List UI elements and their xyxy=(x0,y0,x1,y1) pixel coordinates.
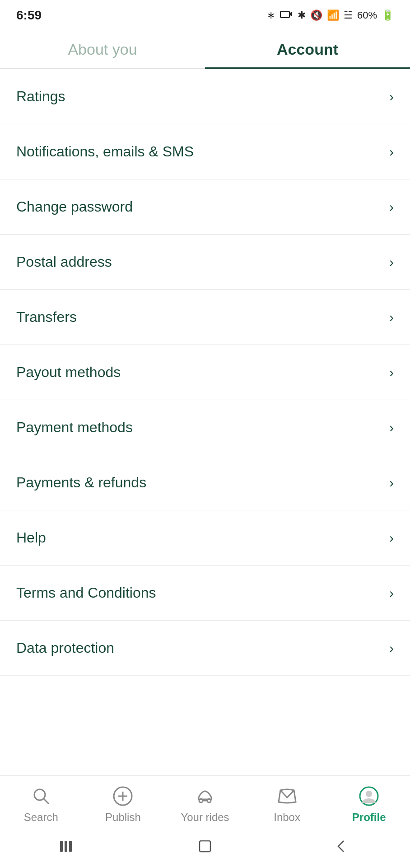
chevron-right-icon: › xyxy=(389,530,394,546)
chevron-right-icon: › xyxy=(389,199,394,215)
menu-item-data-protection[interactable]: Data protection › xyxy=(0,621,410,675)
nav-item-publish[interactable]: Publish xyxy=(82,785,164,824)
nav-item-profile[interactable]: Profile xyxy=(328,785,410,824)
menu-item-ratings[interactable]: Ratings › xyxy=(0,69,410,124)
menu-item-payments-refunds[interactable]: Payments & refunds › xyxy=(0,455,410,510)
camera-icon xyxy=(280,9,293,22)
battery-icon: 🔋 xyxy=(382,9,394,21)
chevron-right-icon: › xyxy=(389,475,394,491)
battery-text: 60% xyxy=(357,9,377,21)
nav-item-search[interactable]: Search xyxy=(0,785,82,824)
menu-item-change-password[interactable]: Change password › xyxy=(0,179,410,235)
search-nav-icon xyxy=(30,785,52,807)
your-rides-nav-icon xyxy=(194,785,216,807)
svg-rect-11 xyxy=(60,841,63,852)
nav-item-inbox[interactable]: Inbox xyxy=(246,785,328,824)
publish-nav-label: Publish xyxy=(105,811,141,824)
menu-item-terms-conditions[interactable]: Terms and Conditions › xyxy=(0,566,410,621)
menu-list: Ratings › Notifications, emails & SMS › … xyxy=(0,69,410,775)
wifi-icon: 📶 xyxy=(327,9,339,21)
svg-rect-12 xyxy=(65,841,67,852)
svg-line-3 xyxy=(44,799,49,804)
chevron-right-icon: › xyxy=(389,255,394,270)
svg-point-10 xyxy=(366,791,372,797)
signal-icon: ☱ xyxy=(344,9,353,21)
tab-account[interactable]: Account xyxy=(205,28,410,68)
chevron-right-icon: › xyxy=(389,585,394,601)
mute-icon: 🔇 xyxy=(310,9,322,21)
tab-about-you[interactable]: About you xyxy=(0,28,205,68)
menu-item-transfers[interactable]: Transfers › xyxy=(0,290,410,345)
bluetooth-sym: ✱ xyxy=(298,9,306,21)
chevron-right-icon: › xyxy=(389,365,394,380)
chevron-right-icon: › xyxy=(389,144,394,160)
bottom-nav: Search Publish Your rides xyxy=(0,775,410,828)
menu-item-payment-methods[interactable]: Payment methods › xyxy=(0,400,410,455)
menu-section-1: Ratings › Notifications, emails & SMS › … xyxy=(0,69,410,290)
publish-nav-icon xyxy=(112,785,134,807)
chevron-right-icon: › xyxy=(389,89,394,104)
bluetooth-icon: ∗ xyxy=(267,9,275,21)
android-home-button[interactable] xyxy=(191,837,219,855)
inbox-nav-label: Inbox xyxy=(274,811,300,824)
status-bar: 6:59 ∗ ✱ 🔇 📶 ☱ 60% 🔋 xyxy=(0,0,410,28)
svg-rect-0 xyxy=(280,11,289,18)
android-back-button[interactable] xyxy=(328,837,355,855)
android-nav xyxy=(0,828,410,868)
chevron-right-icon: › xyxy=(389,310,394,325)
status-time: 6:59 xyxy=(16,8,42,23)
search-nav-label: Search xyxy=(24,811,58,824)
menu-item-help[interactable]: Help › xyxy=(0,510,410,566)
status-icons: ∗ ✱ 🔇 📶 ☱ 60% 🔋 xyxy=(267,9,394,22)
menu-item-notifications[interactable]: Notifications, emails & SMS › xyxy=(0,124,410,179)
chevron-right-icon: › xyxy=(389,641,394,656)
svg-rect-13 xyxy=(69,841,72,852)
menu-section-3: Help › Terms and Conditions › Data prote… xyxy=(0,510,410,676)
tabs-container: About you Account xyxy=(0,28,410,69)
svg-point-2 xyxy=(34,789,45,800)
profile-nav-icon xyxy=(358,785,380,807)
svg-rect-14 xyxy=(200,841,210,852)
inbox-nav-icon xyxy=(276,785,298,807)
menu-item-postal-address[interactable]: Postal address › xyxy=(0,235,410,289)
android-menu-button[interactable] xyxy=(55,837,82,855)
menu-section-2: Transfers › Payout methods › Payment met… xyxy=(0,290,410,510)
chevron-right-icon: › xyxy=(389,420,394,435)
profile-nav-label: Profile xyxy=(352,811,386,824)
your-rides-nav-label: Your rides xyxy=(181,811,229,824)
nav-item-your-rides[interactable]: Your rides xyxy=(164,785,246,824)
menu-item-payout-methods[interactable]: Payout methods › xyxy=(0,345,410,400)
